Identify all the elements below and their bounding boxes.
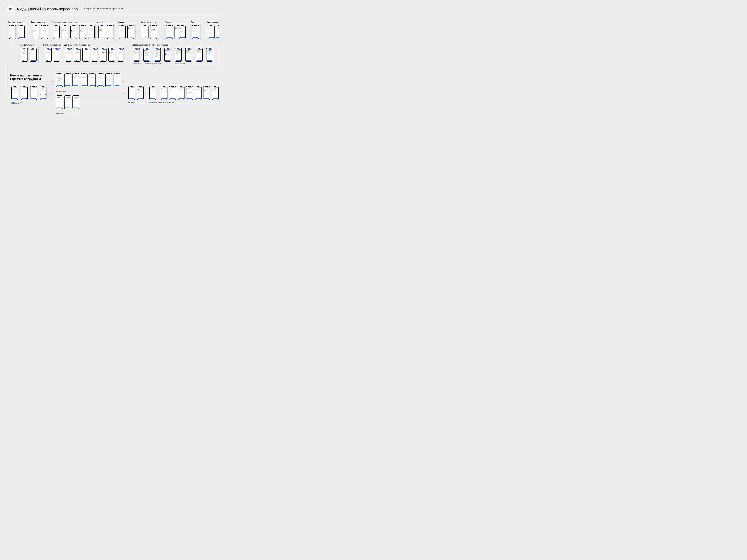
screen-title: Счета — [143, 27, 148, 28]
screen-title: Паспорт — [161, 88, 166, 89]
screen-title: Частые вопросы — [209, 27, 214, 28]
phone-faq-b[interactable] — [215, 25, 219, 39]
phone-emp-var-b6[interactable] — [108, 48, 115, 62]
screen-title: Услуги — [129, 88, 134, 89]
phone-emp-var-b5[interactable] — [100, 48, 106, 62]
phone-referral-end[interactable]: Окон. услуги — [196, 48, 203, 62]
caption-services: выбор услуг — [154, 63, 161, 64]
phone-contract-a[interactable] — [119, 25, 126, 39]
notch-icon — [210, 25, 212, 26]
phone-extra-snils[interactable]: СНИЛС — [169, 86, 176, 100]
phone-primary-medcenter[interactable]: Медцентр — [30, 86, 37, 100]
label-emp-card-variants-b: Варианты карточки сотрудника — [64, 44, 89, 46]
phone-services-a[interactable]: Услуги — [128, 86, 135, 100]
phone-emp-var-b3[interactable] — [82, 48, 89, 62]
phone-inspection-card-a[interactable] — [32, 25, 40, 39]
connector — [115, 32, 117, 32]
phone-emp-var-a1[interactable] — [53, 25, 60, 39]
phone-new-sex[interactable]: Пол — [64, 73, 71, 87]
phone-extra-doctor[interactable]: Вид осмотра — [212, 86, 218, 100]
connector — [122, 93, 127, 94]
phone-extra-comment[interactable]: Комментарий — [186, 86, 193, 100]
phone-employee-list[interactable]: Сотрудники — [21, 48, 28, 62]
screen-title: Медцентр — [144, 50, 149, 51]
notch-icon — [35, 25, 37, 26]
phone-employee-card-a[interactable] — [45, 48, 52, 62]
screen-title: Вы добавляете нового сотрудника — [106, 76, 111, 77]
phone-referral-data-b[interactable]: Данные для услуг — [185, 48, 192, 62]
phone-profile-c[interactable]: Изменение личных данных — [179, 25, 186, 39]
phone-primary-employee[interactable]: Сотрудник — [40, 86, 47, 100]
phone-employee-card-b[interactable] — [53, 48, 60, 62]
notch-icon — [144, 25, 147, 26]
caption-extra: внесение дополнительных данных для услуг — [149, 102, 174, 103]
connector — [52, 81, 54, 82]
phone-new-position[interactable]: Должность — [81, 73, 87, 87]
phone-new-confirm[interactable]: Вы добавляете нового сотрудника — [105, 73, 112, 87]
caption-existing: выбор действующего — [56, 111, 64, 114]
phone-referral-services[interactable]: Услуги — [154, 48, 161, 62]
notch-icon — [181, 25, 184, 26]
phone-emp-var-b2[interactable] — [74, 48, 80, 62]
phone-emp-var-b4[interactable] — [91, 48, 98, 62]
phone-inspection-card-b[interactable] — [41, 25, 48, 39]
phone-exist-card[interactable] — [64, 95, 71, 109]
phone-new-fio[interactable]: ФИО — [56, 73, 63, 87]
phone-invoices-a[interactable]: Счета — [141, 25, 149, 39]
screen-title: Компания — [167, 27, 172, 27]
phone-extra-passport[interactable]: Паспорт — [161, 86, 168, 100]
phone-exist-list[interactable]: Сотрудники — [56, 95, 63, 109]
phone-emp-var-a3[interactable] — [70, 25, 77, 39]
label-profile: Профиль — [165, 21, 173, 23]
phone-dashboard-b[interactable] — [107, 25, 114, 39]
phone-faq-a[interactable]: Частые вопросы — [208, 25, 214, 39]
phone-dashboard-a[interactable]: Статистика — [99, 25, 105, 39]
phone-referral-data[interactable]: Данные для услуг — [175, 48, 182, 62]
phone-invoices-b[interactable]: № 12345 — [150, 25, 157, 39]
phone-primary-entity[interactable]: Юридическое лицо — [11, 86, 18, 100]
screen-title: Электронная почта — [98, 76, 103, 77]
phone-extra-begin[interactable]: Начало действия — [195, 86, 202, 100]
phone-referral-start[interactable]: Начало действия — [206, 48, 213, 62]
phone-contract-b[interactable] — [127, 25, 134, 39]
phone-feed[interactable] — [192, 25, 199, 39]
connector — [124, 81, 124, 103]
phone-new-phone[interactable]: Номер телефона — [89, 73, 96, 87]
phone-new-dob[interactable]: Дата рождения — [73, 73, 79, 87]
notch-icon — [129, 25, 132, 26]
screen-title: ФИО — [57, 76, 62, 77]
notch-icon — [55, 25, 57, 26]
phone-extra-oms[interactable]: Полис ОМС — [178, 86, 184, 100]
phone-exist-confirm[interactable] — [73, 95, 79, 109]
phone-referral-medcenter[interactable]: Медцентр — [144, 48, 150, 62]
phone-primary-city[interactable]: Город — [21, 86, 28, 100]
header-divider — [0, 15, 219, 15]
screen-title: Полис ОМС — [179, 88, 184, 89]
phone-inspections-filter[interactable] — [18, 25, 25, 39]
screen-title: Данные для услуг — [186, 50, 191, 51]
connector — [52, 103, 54, 103]
screen-title: Комментарий — [187, 88, 192, 89]
phone-emp-var-a2[interactable] — [61, 25, 69, 39]
notch-icon — [101, 25, 103, 26]
phone-extra-coupon[interactable]: Что с направлением? — [203, 86, 210, 100]
phone-new-done[interactable] — [113, 73, 121, 87]
label-inspection-card: Карточка осмотра — [31, 21, 46, 23]
notch-icon — [168, 25, 171, 26]
screen-title: Должность — [82, 76, 87, 77]
phone-referral-city[interactable]: Город — [133, 48, 140, 62]
phone-profile-a[interactable]: Компания — [166, 25, 173, 39]
phone-emp-var-a5[interactable] — [88, 25, 95, 39]
phone-emp-var-a4[interactable] — [79, 25, 86, 39]
phone-referral-services-b[interactable]: Выберите услуги из списка — [164, 48, 171, 62]
phone-emp-var-b7[interactable] — [117, 48, 124, 62]
notch-icon — [90, 25, 93, 26]
phone-new-email[interactable]: Электронная почта — [97, 73, 104, 87]
phone-services-b[interactable]: Выберите услуги из списка — [137, 86, 144, 100]
phone-extra-data[interactable]: Данные для услуг — [149, 86, 156, 100]
label-new-referral: Новое направление из карточки сотрудника — [132, 44, 168, 46]
phone-emp-var-b1[interactable] — [65, 48, 72, 62]
phone-inspections-list[interactable]: Осмотры — [9, 25, 16, 39]
phone-employee-filter[interactable] — [30, 48, 36, 62]
screen-title: Медцентр — [31, 88, 36, 89]
